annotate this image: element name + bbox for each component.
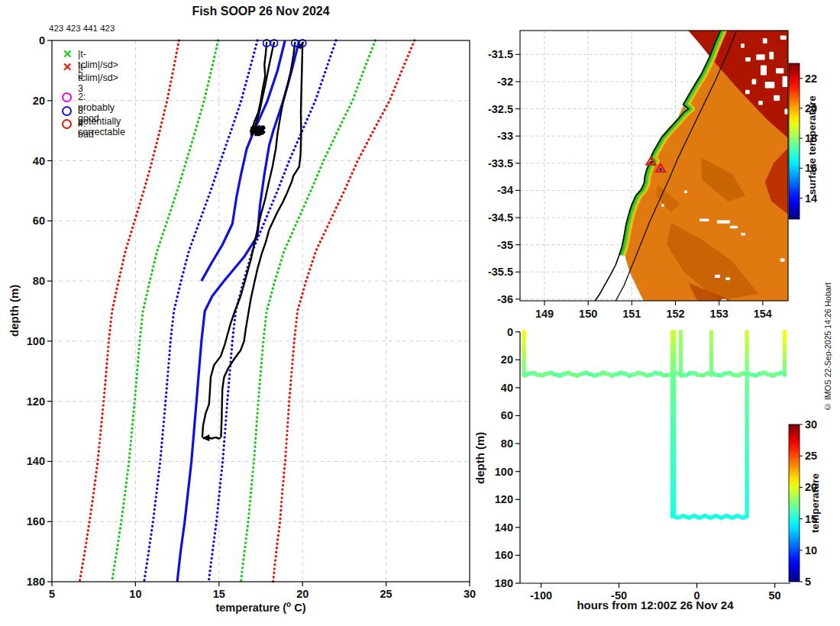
clim-plus-3sd (273, 40, 415, 582)
y-tick-label: 40 (501, 382, 513, 394)
cloud-gap (715, 275, 720, 278)
profile-xaxis-label: temperature (o C) (52, 600, 470, 614)
colorbar-tick-label: 5 (805, 576, 811, 588)
lon-tick-label: 150 (579, 308, 597, 320)
track-yaxis-label: depth (m) (473, 393, 486, 523)
cloud-gap (752, 79, 757, 84)
y-tick-label: 0 (507, 326, 513, 338)
cloud-gap (758, 101, 763, 105)
sst-colorbar-label: surface temperature (806, 73, 818, 218)
y-tick-label: 180 (495, 577, 513, 589)
y-tick-label: 40 (33, 155, 45, 167)
cloud-gap (756, 54, 764, 60)
y-tick-label: 180 (27, 576, 45, 588)
green-x-icon: ✕ (63, 47, 73, 61)
y-tick-label: 80 (501, 437, 513, 450)
y-tick-label: 80 (33, 275, 45, 287)
cloud-gap (745, 57, 751, 62)
cast-point-counts: 423 423 441 423 (49, 24, 115, 33)
blue-circle-icon (62, 106, 72, 116)
y-tick-label: 20 (33, 95, 45, 107)
lat-tick-label: -32.5 (488, 103, 513, 115)
sst-map (520, 28, 789, 302)
cloud-gap (763, 38, 767, 44)
cloud-gap (725, 277, 730, 280)
y-tick-label: 120 (27, 395, 45, 408)
cloud-gap (699, 218, 709, 221)
x-tick-label: 25 (380, 588, 393, 600)
cloud-gap (783, 76, 788, 87)
x-tick-label: 30 (464, 588, 476, 600)
figure-canvas: 5101520253002040608010012014016018014915… (0, 0, 840, 626)
lat-tick-label: -32 (497, 76, 513, 88)
clim-minus-2sd (112, 40, 218, 582)
climatology-site-2 (177, 40, 299, 582)
x-tick-label: 20 (296, 588, 309, 600)
magenta-circle-icon (62, 92, 72, 102)
legend-label: 4: bad (78, 118, 94, 140)
cloud-gap (774, 95, 780, 101)
x-tick-label: 15 (213, 588, 225, 600)
profile-yaxis-label: depth (m) (8, 250, 21, 372)
x-tick-label: 10 (129, 588, 141, 600)
lat-tick-label: -31.5 (488, 48, 513, 60)
cloud-gap (745, 90, 750, 95)
cloud-gap (784, 109, 788, 115)
cloud-gap (780, 258, 785, 261)
y-tick-label: 0 (39, 34, 45, 47)
y-tick-label: 140 (495, 521, 513, 534)
y-tick-label: 160 (27, 515, 45, 528)
cloud-gap (684, 190, 687, 193)
cloud-gap (741, 44, 745, 48)
page-title: Fish SOOP 26 Nov 2024 (52, 5, 470, 18)
cloud-gap (661, 204, 664, 207)
y-tick-label: 60 (501, 409, 513, 421)
y-tick-label: 160 (495, 549, 513, 561)
cloud-gap (730, 226, 738, 229)
cloud-gap (765, 82, 775, 89)
lon-tick-label: 153 (710, 308, 729, 320)
y-tick-label: 120 (495, 493, 513, 505)
y-tick-label: 60 (33, 215, 45, 227)
track-xaxis-label: hours from 12:00Z 26 Nov 24 (520, 599, 790, 611)
lat-tick-label: -34 (497, 184, 513, 196)
depth-time-plot (522, 330, 787, 520)
cloud-gap (717, 221, 730, 224)
cloud-gap (776, 68, 783, 73)
y-tick-label: 20 (501, 353, 513, 366)
cloud-gap (761, 66, 767, 76)
lon-tick-label: 152 (666, 308, 684, 320)
lat-tick-label: -34.5 (488, 211, 513, 224)
tow-cluster-30m (250, 125, 266, 137)
x-tick-label: 5 (49, 588, 55, 600)
lat-tick-label: -33.5 (488, 157, 513, 169)
red-circle-icon (62, 119, 72, 129)
cast-3 (202, 42, 296, 437)
clim-plus-1sd (208, 40, 336, 582)
red-x-icon: ✕ (63, 60, 73, 74)
lat-tick-label: -35 (497, 239, 513, 251)
lon-tick-label: 149 (535, 308, 554, 320)
colorbar-tick-label: 30 (805, 418, 817, 431)
y-tick-label: 100 (27, 335, 45, 347)
lon-tick-label: 151 (622, 308, 641, 320)
imos-watermark: © IMOS 22-Sep-2025 14:26 Hobart (823, 262, 832, 431)
lat-tick-label: -33 (497, 130, 513, 142)
figure-window: 5101520253002040608010012014016018014915… (0, 0, 840, 626)
cloud-gap (769, 52, 774, 60)
lat-tick-label: -35.5 (488, 266, 513, 278)
lat-tick-label: -36 (497, 293, 513, 305)
temperature-colorbar-label: temperature (809, 438, 821, 568)
legend-label: |t-tclim|/sd> 3 (78, 62, 118, 94)
lon-tick-label: 154 (754, 308, 772, 320)
y-tick-label: 100 (495, 466, 513, 478)
clim-plus-2sd (241, 40, 376, 582)
cloud-gap (780, 35, 787, 40)
cloud-gap (741, 233, 745, 236)
y-tick-label: 140 (27, 455, 45, 467)
